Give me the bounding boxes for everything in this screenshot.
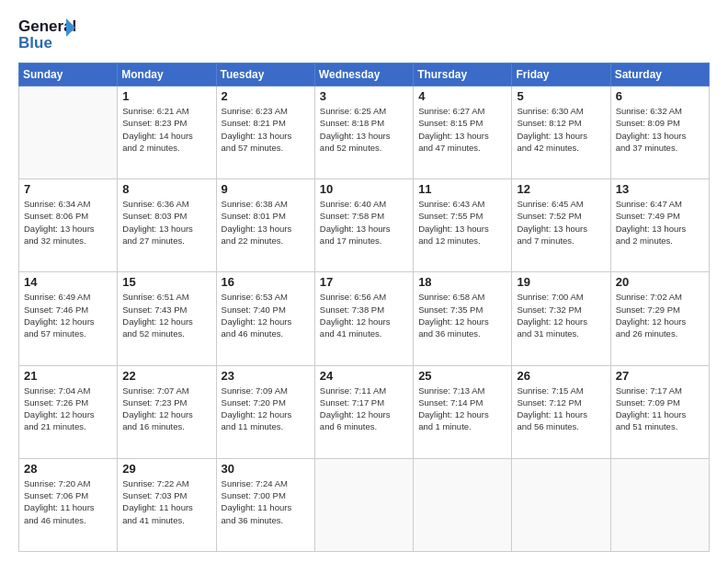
day-number: 26 [517, 369, 605, 383]
cell-info: Sunrise: 7:02 AMSunset: 7:29 PMDaylight:… [616, 291, 704, 339]
day-number: 14 [24, 275, 112, 289]
day-number: 13 [616, 182, 704, 196]
calendar-table: SundayMondayTuesdayWednesdayThursdayFrid… [18, 63, 710, 552]
cell-info: Sunrise: 6:58 AMSunset: 7:35 PMDaylight:… [418, 291, 506, 339]
calendar-cell: 18Sunrise: 6:58 AMSunset: 7:35 PMDayligh… [414, 272, 512, 365]
calendar-cell: 29Sunrise: 7:22 AMSunset: 7:03 PMDayligh… [118, 458, 216, 551]
cell-info: Sunrise: 6:45 AMSunset: 7:52 PMDaylight:… [517, 198, 605, 247]
cell-info: Sunrise: 6:53 AMSunset: 7:40 PMDaylight:… [222, 291, 310, 339]
svg-text:Blue: Blue [18, 34, 52, 52]
calendar-cell: 24Sunrise: 7:11 AMSunset: 7:17 PMDayligh… [314, 365, 413, 458]
cell-info: Sunrise: 7:15 AMSunset: 7:12 PMDaylight:… [517, 385, 605, 433]
day-number: 15 [122, 275, 210, 289]
day-number: 28 [24, 462, 112, 476]
weekday-saturday: Saturday [610, 63, 709, 86]
day-number: 3 [320, 89, 408, 103]
day-number: 6 [616, 89, 704, 103]
cell-info: Sunrise: 7:09 AMSunset: 7:20 PMDaylight:… [222, 385, 310, 433]
day-number: 8 [122, 182, 210, 196]
weekday-monday: Monday [118, 63, 216, 86]
calendar-cell: 10Sunrise: 6:40 AMSunset: 7:58 PMDayligh… [314, 179, 413, 272]
cell-info: Sunrise: 7:20 AMSunset: 7:06 PMDaylight:… [24, 477, 112, 526]
cell-info: Sunrise: 6:40 AMSunset: 7:58 PMDaylight:… [320, 198, 408, 247]
calendar-cell: 28Sunrise: 7:20 AMSunset: 7:06 PMDayligh… [19, 458, 118, 551]
cell-info: Sunrise: 7:11 AMSunset: 7:17 PMDaylight:… [320, 385, 408, 433]
calendar-cell: 19Sunrise: 7:00 AMSunset: 7:32 PMDayligh… [512, 272, 610, 365]
calendar-cell: 4Sunrise: 6:27 AMSunset: 8:15 PMDaylight… [414, 86, 512, 179]
week-row-1: 1Sunrise: 6:21 AMSunset: 8:23 PMDaylight… [19, 86, 710, 179]
day-number: 27 [616, 369, 704, 383]
cell-info: Sunrise: 6:30 AMSunset: 8:12 PMDaylight:… [517, 105, 605, 154]
calendar-cell: 21Sunrise: 7:04 AMSunset: 7:26 PMDayligh… [19, 365, 118, 458]
cell-info: Sunrise: 6:34 AMSunset: 8:06 PMDaylight:… [24, 198, 112, 247]
day-number: 2 [222, 89, 310, 103]
cell-info: Sunrise: 6:25 AMSunset: 8:18 PMDaylight:… [320, 105, 408, 154]
day-number: 29 [122, 462, 210, 476]
cell-info: Sunrise: 6:51 AMSunset: 7:43 PMDaylight:… [122, 291, 210, 339]
calendar-cell [314, 458, 413, 551]
day-number: 1 [122, 89, 210, 103]
cell-info: Sunrise: 7:00 AMSunset: 7:32 PMDaylight:… [517, 291, 605, 339]
week-row-2: 7Sunrise: 6:34 AMSunset: 8:06 PMDaylight… [19, 179, 710, 272]
calendar-cell: 13Sunrise: 6:47 AMSunset: 7:49 PMDayligh… [610, 179, 709, 272]
weekday-thursday: Thursday [414, 63, 512, 86]
cell-info: Sunrise: 6:21 AMSunset: 8:23 PMDaylight:… [122, 105, 210, 154]
calendar-cell: 1Sunrise: 6:21 AMSunset: 8:23 PMDaylight… [118, 86, 216, 179]
cell-info: Sunrise: 7:07 AMSunset: 7:23 PMDaylight:… [122, 385, 210, 433]
calendar-cell: 23Sunrise: 7:09 AMSunset: 7:20 PMDayligh… [216, 365, 314, 458]
day-number: 23 [222, 369, 310, 383]
cell-info: Sunrise: 6:49 AMSunset: 7:46 PMDaylight:… [24, 291, 112, 339]
cell-info: Sunrise: 7:04 AMSunset: 7:26 PMDaylight:… [24, 385, 112, 433]
calendar-cell: 7Sunrise: 6:34 AMSunset: 8:06 PMDaylight… [19, 179, 118, 272]
day-number: 7 [24, 182, 112, 196]
day-number: 21 [24, 369, 112, 383]
day-number: 17 [320, 275, 408, 289]
cell-info: Sunrise: 7:17 AMSunset: 7:09 PMDaylight:… [616, 385, 704, 433]
calendar-cell: 27Sunrise: 7:17 AMSunset: 7:09 PMDayligh… [610, 365, 709, 458]
calendar-cell: 25Sunrise: 7:13 AMSunset: 7:14 PMDayligh… [414, 365, 512, 458]
calendar-cell: 8Sunrise: 6:36 AMSunset: 8:03 PMDaylight… [118, 179, 216, 272]
cell-info: Sunrise: 7:22 AMSunset: 7:03 PMDaylight:… [122, 477, 210, 526]
weekday-wednesday: Wednesday [314, 63, 413, 86]
calendar-cell: 6Sunrise: 6:32 AMSunset: 8:09 PMDaylight… [610, 86, 709, 179]
cell-info: Sunrise: 6:36 AMSunset: 8:03 PMDaylight:… [122, 198, 210, 247]
calendar-cell: 16Sunrise: 6:53 AMSunset: 7:40 PMDayligh… [216, 272, 314, 365]
day-number: 12 [517, 182, 605, 196]
day-number: 5 [517, 89, 605, 103]
logo-svg: GeneralBlue [18, 15, 83, 53]
day-number: 18 [418, 275, 506, 289]
day-number: 16 [222, 275, 310, 289]
calendar-cell: 22Sunrise: 7:07 AMSunset: 7:23 PMDayligh… [118, 365, 216, 458]
cell-info: Sunrise: 6:27 AMSunset: 8:15 PMDaylight:… [418, 105, 506, 154]
calendar-cell: 2Sunrise: 6:23 AMSunset: 8:21 PMDaylight… [216, 86, 314, 179]
day-number: 30 [222, 462, 310, 476]
cell-info: Sunrise: 7:13 AMSunset: 7:14 PMDaylight:… [418, 385, 506, 433]
cell-info: Sunrise: 6:38 AMSunset: 8:01 PMDaylight:… [222, 198, 310, 247]
calendar-cell [414, 458, 512, 551]
calendar-cell: 12Sunrise: 6:45 AMSunset: 7:52 PMDayligh… [512, 179, 610, 272]
day-number: 22 [122, 369, 210, 383]
day-number: 10 [320, 182, 408, 196]
day-number: 20 [616, 275, 704, 289]
calendar-cell: 11Sunrise: 6:43 AMSunset: 7:55 PMDayligh… [414, 179, 512, 272]
cell-info: Sunrise: 6:32 AMSunset: 8:09 PMDaylight:… [616, 105, 704, 154]
calendar-cell: 26Sunrise: 7:15 AMSunset: 7:12 PMDayligh… [512, 365, 610, 458]
calendar-cell: 5Sunrise: 6:30 AMSunset: 8:12 PMDaylight… [512, 86, 610, 179]
calendar-cell: 17Sunrise: 6:56 AMSunset: 7:38 PMDayligh… [314, 272, 413, 365]
calendar-cell: 3Sunrise: 6:25 AMSunset: 8:18 PMDaylight… [314, 86, 413, 179]
day-number: 25 [418, 369, 506, 383]
cell-info: Sunrise: 7:24 AMSunset: 7:00 PMDaylight:… [222, 477, 310, 526]
cell-info: Sunrise: 6:23 AMSunset: 8:21 PMDaylight:… [222, 105, 310, 154]
week-row-3: 14Sunrise: 6:49 AMSunset: 7:46 PMDayligh… [19, 272, 710, 365]
weekday-header-row: SundayMondayTuesdayWednesdayThursdayFrid… [19, 63, 710, 86]
weekday-tuesday: Tuesday [216, 63, 314, 86]
calendar-cell [610, 458, 709, 551]
week-row-5: 28Sunrise: 7:20 AMSunset: 7:06 PMDayligh… [19, 458, 710, 551]
day-number: 19 [517, 275, 605, 289]
weekday-friday: Friday [512, 63, 610, 86]
weekday-sunday: Sunday [19, 63, 118, 86]
calendar-cell [512, 458, 610, 551]
calendar-cell: 15Sunrise: 6:51 AMSunset: 7:43 PMDayligh… [118, 272, 216, 365]
calendar-cell: 30Sunrise: 7:24 AMSunset: 7:00 PMDayligh… [216, 458, 314, 551]
day-number: 9 [222, 182, 310, 196]
